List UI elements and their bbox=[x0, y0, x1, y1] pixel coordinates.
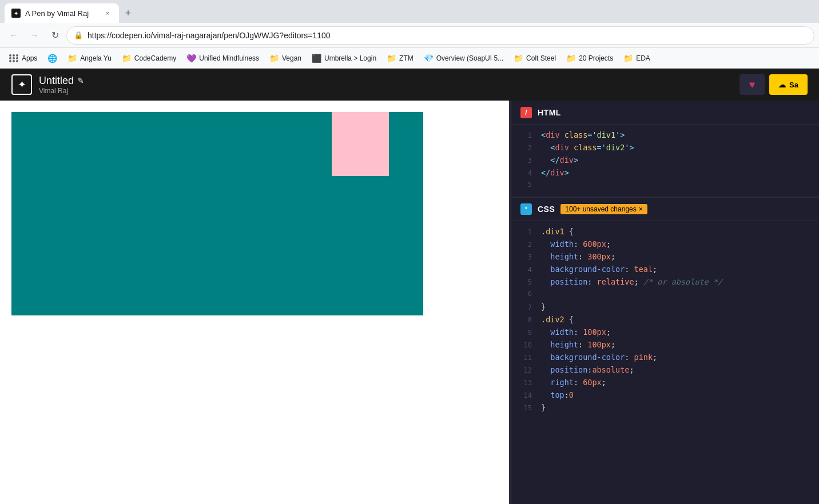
soapui-icon: 💎 bbox=[424, 54, 434, 63]
div2-preview bbox=[332, 112, 389, 176]
bookmark-apps-label: Apps bbox=[22, 54, 37, 62]
angela-yu-icon: 📁 bbox=[67, 54, 77, 63]
url-text: https://codepen.io/vimal-raj-nagarajan/p… bbox=[88, 31, 807, 40]
codecademy-icon: 📁 bbox=[122, 54, 132, 63]
code-line: 6 bbox=[511, 289, 819, 301]
unsaved-label: 100+ unsaved changes bbox=[565, 205, 636, 213]
tab-close-button[interactable]: × bbox=[103, 9, 112, 18]
tab-favicon: ✦ bbox=[11, 9, 21, 18]
bookmark-label: CodeCademy bbox=[134, 54, 176, 62]
code-line: 4 </div> bbox=[511, 167, 819, 179]
code-line: 11 background-color: pink; bbox=[511, 351, 819, 364]
html-panel-icon: / bbox=[520, 107, 532, 118]
code-line: 10 height: 100px; bbox=[511, 339, 819, 351]
pen-name: Untitled ✎ bbox=[39, 75, 84, 87]
code-line: 1 .div1 { bbox=[511, 226, 819, 238]
projects-icon: 📁 bbox=[566, 54, 576, 63]
code-line: 9 width: 100px; bbox=[511, 326, 819, 339]
bookmark-label: Vegan bbox=[282, 54, 301, 62]
browser-chrome: ✦ A Pen by Vimal Raj × + ← → ↻ 🔒 https:/… bbox=[0, 0, 819, 504]
colt-steel-icon: 📁 bbox=[514, 54, 523, 63]
apps-grid-icon bbox=[9, 54, 19, 62]
code-line: 4 background-color: teal; bbox=[511, 263, 819, 276]
tab-title: A Pen by Vimal Raj bbox=[25, 9, 98, 18]
code-line: 14 top:0 bbox=[511, 389, 819, 402]
eda-icon: 📁 bbox=[623, 54, 633, 63]
bookmark-ztm[interactable]: 📁 ZTM bbox=[382, 51, 418, 65]
bookmark-label: ZTM bbox=[399, 54, 414, 62]
html-panel: / HTML 1 <div class='div1'> 2 <div bbox=[511, 101, 819, 197]
code-line: 3 height: 300px; bbox=[511, 251, 819, 263]
code-line: 2 width: 600px; bbox=[511, 238, 819, 251]
bookmark-label: EDA bbox=[636, 54, 650, 62]
codepen-right: ♥ ☁ Sa bbox=[740, 74, 808, 95]
umbrella-icon: ⬛ bbox=[312, 54, 321, 63]
codepen-title: Untitled ✎ Vimal Raj bbox=[39, 75, 84, 95]
bookmark-globe[interactable]: 🌐 bbox=[43, 51, 62, 65]
bookmark-20-projects[interactable]: 📁 20 Projects bbox=[562, 51, 618, 65]
unified-mindfulness-icon: 💜 bbox=[186, 54, 196, 63]
editor-pane: / HTML 1 <div class='div1'> 2 <div bbox=[511, 101, 819, 504]
active-tab[interactable]: ✦ A Pen by Vimal Raj × bbox=[5, 3, 119, 23]
bookmark-label: Angela Yu bbox=[80, 54, 112, 62]
bookmark-soapui[interactable]: 💎 Overview (SoapUI 5... bbox=[419, 51, 508, 65]
css-panel-header: * CSS 100+ unsaved changes × bbox=[511, 197, 819, 221]
lock-icon: 🔒 bbox=[74, 31, 83, 39]
div1-preview bbox=[11, 112, 423, 315]
bookmark-label: Umbrella > Login bbox=[324, 54, 376, 62]
unsaved-close-icon[interactable]: × bbox=[639, 205, 643, 213]
reload-button[interactable]: ↻ bbox=[46, 26, 64, 45]
bookmark-angela-yu[interactable]: 📁 Angela Yu bbox=[63, 51, 116, 65]
heart-icon: ♥ bbox=[749, 79, 756, 91]
html-code-area[interactable]: 1 <div class='div1'> 2 <div class='div2'… bbox=[511, 125, 819, 197]
css-panel: * CSS 100+ unsaved changes × 1 .div1 bbox=[511, 197, 819, 504]
codepen-logo[interactable]: ✦ bbox=[11, 74, 32, 95]
bookmark-umbrella[interactable]: ⬛ Umbrella > Login bbox=[307, 51, 381, 65]
bookmark-vegan[interactable]: 📁 Vegan bbox=[265, 51, 306, 65]
code-line: 7 } bbox=[511, 301, 819, 314]
bookmark-codecademy[interactable]: 📁 CodeCademy bbox=[117, 51, 181, 65]
code-line: 12 position:absolute; bbox=[511, 364, 819, 377]
bookmark-label: Unified Mindfulness bbox=[199, 54, 259, 62]
reload-icon: ↻ bbox=[51, 30, 59, 41]
bookmark-apps[interactable]: Apps bbox=[5, 52, 42, 65]
code-line: 1 <div class='div1'> bbox=[511, 129, 819, 142]
css-code-area[interactable]: 1 .div1 { 2 width: 600px; 3 height: 300p… bbox=[511, 221, 819, 504]
preview-content bbox=[11, 112, 498, 315]
cloud-icon: ☁ bbox=[778, 81, 786, 89]
bookmark-eda[interactable]: 📁 EDA bbox=[619, 51, 655, 65]
nav-bar: ← → ↻ 🔒 https://codepen.io/vimal-raj-nag… bbox=[0, 23, 819, 48]
css-panel-title: CSS bbox=[538, 205, 555, 214]
preview-pane bbox=[0, 101, 509, 504]
forward-button[interactable]: → bbox=[25, 26, 43, 45]
save-button[interactable]: ☁ Sa bbox=[769, 74, 808, 95]
back-icon: ← bbox=[9, 30, 18, 41]
codepen-left: ✦ Untitled ✎ Vimal Raj bbox=[11, 74, 84, 95]
bookmarks-bar: Apps 🌐 📁 Angela Yu 📁 CodeCademy 💜 Unifie… bbox=[0, 48, 819, 69]
vegan-icon: 📁 bbox=[269, 54, 279, 63]
new-tab-button[interactable]: + bbox=[120, 5, 136, 21]
html-panel-header: / HTML bbox=[511, 101, 819, 125]
bookmark-colt-steel[interactable]: 📁 Colt Steel bbox=[509, 51, 560, 65]
codepen-header: ✦ Untitled ✎ Vimal Raj ♥ ☁ Sa bbox=[0, 69, 819, 101]
editor-inner: / HTML 1 <div class='div1'> 2 <div bbox=[511, 101, 819, 504]
save-label: Sa bbox=[789, 81, 798, 89]
workspace: / HTML 1 <div class='div1'> 2 <div bbox=[0, 101, 819, 504]
globe-icon: 🌐 bbox=[47, 54, 57, 63]
tab-bar: ✦ A Pen by Vimal Raj × + bbox=[0, 0, 819, 23]
html-panel-title: HTML bbox=[538, 108, 561, 117]
bookmark-label: 20 Projects bbox=[579, 54, 613, 62]
pen-name-edit-icon[interactable]: ✎ bbox=[77, 76, 84, 85]
heart-button[interactable]: ♥ bbox=[740, 74, 765, 95]
code-line: 13 right: 60px; bbox=[511, 377, 819, 389]
ztm-icon: 📁 bbox=[387, 54, 396, 63]
code-line: 3 </div> bbox=[511, 154, 819, 167]
forward-icon: → bbox=[30, 30, 39, 41]
address-bar[interactable]: 🔒 https://codepen.io/vimal-raj-nagarajan… bbox=[66, 26, 814, 45]
code-line: 2 <div class='div2'> bbox=[511, 142, 819, 154]
back-button[interactable]: ← bbox=[5, 26, 23, 45]
code-line: 5 position: relative; /* or absolute */ bbox=[511, 276, 819, 289]
bookmark-unified-mindfulness[interactable]: 💜 Unified Mindfulness bbox=[182, 51, 264, 65]
pen-author: Vimal Raj bbox=[39, 87, 84, 95]
unsaved-changes-badge[interactable]: 100+ unsaved changes × bbox=[560, 204, 647, 214]
